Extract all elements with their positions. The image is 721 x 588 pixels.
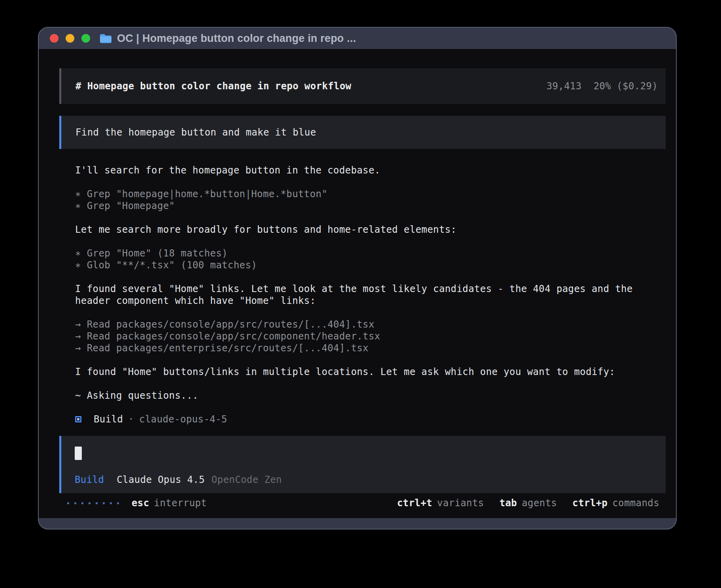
transcript-line: [75, 378, 656, 390]
transcript-line: I'll search for the homepage button in t…: [75, 164, 656, 176]
agent-separator: ·: [128, 414, 134, 425]
window-title: OC | Homepage button color change in rep…: [117, 32, 356, 45]
prompt-input[interactable]: Build Claude Opus 4.5 OpenCode Zen: [59, 436, 666, 493]
spinner-dot: [110, 502, 112, 504]
status-bar: esc interrupt ctrl+t variants tab agents…: [67, 497, 659, 509]
window-titlebar: OC | Homepage button color change in rep…: [39, 28, 676, 49]
transcript-line: → Read packages/console/app/src/componen…: [75, 330, 656, 342]
transcript-line: ~ Asking questions...: [75, 390, 656, 401]
transcript-line: Let me search more broadly for buttons a…: [75, 224, 656, 236]
folder-icon: [100, 34, 112, 43]
hint-label: agents: [522, 498, 557, 509]
session-stats: 39,413 20% ($0.29): [546, 81, 658, 92]
hint-key: esc: [132, 498, 149, 509]
footer-right-hints: ctrl+t variants tab agents ctrl+p comman…: [382, 498, 659, 509]
session-header: # Homepage button color change in repo w…: [59, 68, 666, 104]
transcript-line: [75, 271, 656, 283]
input-agent-label: Build: [75, 474, 104, 485]
spinner-dot: [89, 502, 91, 504]
agent-status-icon: [75, 416, 81, 422]
spinner-dots: [67, 502, 119, 504]
transcript-line: → Read packages/console/app/src/routes/[…: [75, 318, 656, 330]
spinner-dot: [74, 502, 76, 504]
agent-name: Build: [94, 414, 123, 425]
close-button[interactable]: [50, 34, 59, 43]
transcript-line: ∗ Glob "**/*.tsx" (100 matches): [75, 259, 656, 271]
transcript-line: I found several "Home" links. Let me loo…: [75, 283, 656, 307]
terminal-content: # Homepage button color change in repo w…: [39, 49, 676, 518]
keyboard-hint: esc interrupt: [132, 498, 207, 509]
traffic-lights: [50, 34, 90, 43]
hint-label: interrupt: [154, 498, 207, 509]
hint-key: ctrl+p: [572, 498, 608, 509]
hint-label: variants: [437, 498, 484, 509]
hint-key: tab: [499, 498, 517, 509]
user-message-text: Find the homepage button and make it blu…: [75, 127, 316, 138]
spinner-dot: [96, 502, 98, 504]
zoom-button[interactable]: [81, 34, 90, 43]
text-cursor: [75, 447, 82, 460]
agent-badge: Build · claude-opus-4-5: [75, 413, 666, 425]
transcript-line: I found "Home" buttons/links in multiple…: [75, 366, 656, 378]
transcript-line: [75, 236, 656, 247]
status-bar-left: esc interrupt: [67, 498, 207, 509]
keyboard-hint: tab agents: [499, 498, 557, 509]
agent-model: claude-opus-4-5: [139, 414, 227, 425]
session-title: # Homepage button color change in repo w…: [75, 81, 351, 92]
context-percent: 20%: [593, 81, 611, 92]
transcript-line: [75, 176, 656, 188]
spinner-dot: [67, 502, 69, 504]
transcript-line: ∗ Grep "Homepage": [75, 200, 656, 212]
transcript-line: [75, 354, 656, 366]
hint-label: commands: [612, 498, 659, 509]
user-message: Find the homepage button and make it blu…: [59, 116, 666, 149]
keyboard-hint: ctrl+p commands: [572, 498, 659, 509]
spinner-dot: [81, 502, 83, 504]
token-count: 39,413: [546, 81, 581, 92]
input-model-label: Claude Opus 4.5: [117, 474, 205, 485]
transcript-line: ∗ Grep "Home" (18 matches): [75, 247, 656, 259]
input-provider-label: OpenCode Zen: [211, 474, 282, 485]
keyboard-hint: ctrl+t variants: [397, 498, 484, 509]
transcript-line: → Read packages/enterprise/src/routes/[.…: [75, 342, 656, 354]
terminal-window: OC | Homepage button color change in rep…: [38, 27, 677, 530]
input-statusline: Build Claude Opus 4.5 OpenCode Zen: [75, 474, 658, 486]
spinner-dot: [103, 502, 105, 504]
transcript: I'll search for the homepage button in t…: [59, 164, 656, 401]
hint-key: ctrl+t: [397, 498, 432, 509]
transcript-line: [75, 307, 656, 318]
session-cost: ($0.29): [617, 81, 658, 92]
transcript-line: ∗ Grep "homepage|home.*button|Home.*butt…: [75, 188, 656, 200]
transcript-line: [75, 212, 656, 224]
minimize-button[interactable]: [66, 34, 74, 43]
footer-left-hints: esc interrupt: [132, 498, 207, 509]
spinner-dot: [117, 502, 119, 504]
